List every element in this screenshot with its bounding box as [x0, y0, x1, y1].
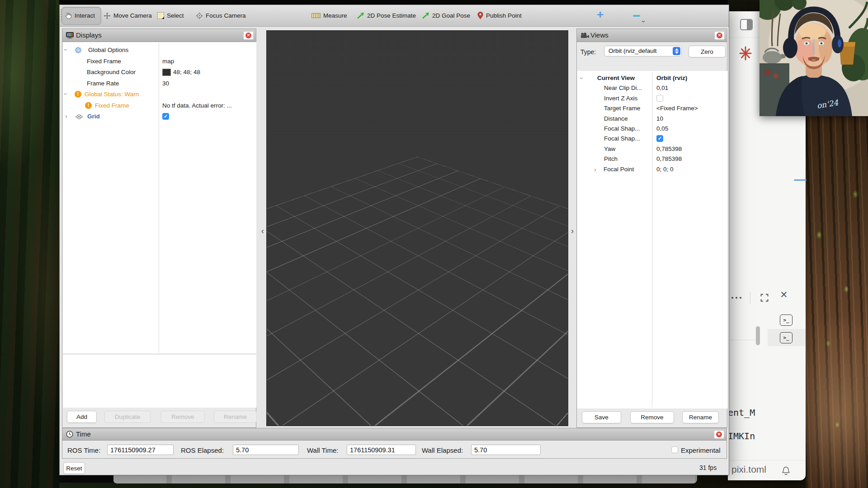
wall-elapsed-input[interactable]: [471, 445, 541, 455]
divider: [750, 292, 750, 304]
wall-time-input[interactable]: [347, 445, 416, 455]
ros-elapsed-input[interactable]: [233, 445, 299, 455]
tool-interact[interactable]: Interact: [65, 9, 95, 23]
remove-view-button[interactable]: Remove: [630, 411, 674, 423]
tree-row-fixed-frame[interactable]: Fixed Frame map: [63, 56, 255, 67]
row-value[interactable]: 30: [162, 80, 169, 87]
displays-close-button[interactable]: ✕: [243, 31, 254, 40]
tree-row-frame-rate[interactable]: Frame Rate 30: [63, 78, 255, 89]
code-text: ent_M: [728, 407, 755, 418]
viewport-fade: [267, 31, 568, 426]
tool-label: Interact: [75, 12, 95, 19]
tool-label: Move Camera: [113, 12, 152, 19]
row-label: Invert Z Axis: [604, 95, 637, 102]
time-panel-header[interactable]: Time ✕: [62, 428, 726, 441]
row-value[interactable]: 48; 48; 48: [173, 69, 200, 75]
tree-row-current-view[interactable]: › Current View Orbit (rviz): [577, 73, 726, 84]
displays-panel-title: Displays: [76, 31, 102, 39]
tool-move-camera[interactable]: Move Camera: [104, 9, 152, 23]
tool-2d-goal-pose[interactable]: 2D Goal Pose: [422, 9, 470, 23]
toolbar-overflow-chevron-icon[interactable]: ›: [640, 20, 648, 23]
tree-row-invert-z[interactable]: Invert Z Axis: [577, 94, 726, 104]
scrollbar-thumb[interactable]: [756, 326, 760, 345]
render-viewport[interactable]: [266, 30, 568, 426]
hand-cursor-icon: [65, 12, 72, 19]
remove-display-button[interactable]: Remove: [161, 411, 205, 423]
tree-row-focal-point[interactable]: › Focal Point 0; 0; 0: [577, 164, 726, 175]
experimental-checkbox[interactable]: [671, 446, 678, 453]
row-value[interactable]: 0,01: [656, 84, 668, 91]
sidebar-toggle-icon[interactable]: [740, 19, 753, 30]
tree-row-global-status[interactable]: › Global Status: Warn: [63, 89, 255, 100]
remove-tool-button[interactable]: [633, 15, 640, 17]
view-type-select[interactable]: Orbit (rviz_default: [604, 46, 682, 56]
terminal-icon[interactable]: >_: [780, 314, 793, 326]
row-label: Yaw: [604, 145, 615, 152]
rename-view-button[interactable]: Rename: [682, 411, 719, 423]
tool-select[interactable]: Select: [157, 9, 184, 23]
tree-row-distance[interactable]: Distance 10: [577, 114, 726, 125]
close-icon[interactable]: ×: [780, 289, 788, 301]
displays-panel-header[interactable]: Displays ✕: [62, 29, 256, 42]
crosshair-icon: [196, 12, 203, 19]
save-view-button[interactable]: Save: [582, 411, 621, 423]
row-value[interactable]: 0,785398: [656, 155, 682, 162]
terminal-icon[interactable]: >_: [780, 332, 793, 343]
wall-time-label: Wall Time:: [307, 446, 338, 454]
ros-elapsed-label: ROS Elapsed:: [181, 446, 224, 454]
zero-button[interactable]: Zero: [689, 46, 726, 57]
ros-time-input[interactable]: [107, 445, 174, 455]
time-close-button[interactable]: ✕: [714, 430, 724, 439]
tree-row-global-options[interactable]: › Global Options: [63, 45, 255, 56]
tool-label: Focus Camera: [206, 12, 246, 19]
row-value[interactable]: 0,05: [656, 125, 668, 132]
row-value[interactable]: 0,785398: [656, 145, 682, 152]
reset-button[interactable]: Reset: [63, 462, 85, 474]
tool-focus-camera[interactable]: Focus Camera: [196, 9, 246, 23]
views-panel-header[interactable]: Views ✕: [577, 29, 727, 42]
tree-row-background-color[interactable]: Background Color 48; 48; 48: [63, 67, 255, 78]
tool-label: Measure: [323, 12, 347, 19]
tree-row-yaw[interactable]: Yaw 0,785398: [577, 144, 726, 155]
rviz-toolbar: Interact Move Camera Select Focus Camera…: [60, 5, 729, 27]
code-text: IMKIn: [728, 431, 755, 441]
tool-publish-point[interactable]: Publish Point: [477, 9, 522, 23]
ros-time-label: ROS Time:: [67, 446, 100, 454]
row-value[interactable]: 10: [656, 115, 663, 122]
focal-shape-checkbox[interactable]: ✓: [656, 135, 663, 142]
selection-box-icon: [157, 12, 164, 19]
row-label: Pitch: [604, 155, 618, 162]
row-label: Fixed Frame: [87, 58, 121, 65]
collapse-left-panel-arrow[interactable]: ‹: [259, 223, 266, 239]
row-label: Focal Shap...: [604, 135, 640, 142]
tool-measure[interactable]: Measure: [311, 9, 347, 23]
views-close-button[interactable]: ✕: [714, 31, 725, 40]
row-label: Near Clip Di...: [604, 84, 642, 91]
row-value[interactable]: <Fixed Frame>: [656, 105, 698, 112]
add-display-button[interactable]: Add: [67, 411, 97, 423]
tree-row-focal-shape-fixed[interactable]: Focal Shap... ✓: [577, 134, 726, 145]
invert-z-checkbox[interactable]: [656, 95, 663, 102]
row-value[interactable]: 0; 0; 0: [656, 166, 674, 173]
camera-icon: [580, 33, 590, 38]
row-value[interactable]: map: [162, 58, 174, 65]
tree-row-target-frame[interactable]: Target Frame <Fixed Frame>: [577, 103, 726, 114]
move-arrows-icon: [104, 12, 111, 19]
tool-2d-pose-estimate[interactable]: 2D Pose Estimate: [357, 9, 416, 23]
expand-icon[interactable]: [760, 294, 769, 302]
tool-label: Publish Point: [486, 12, 522, 19]
duplicate-display-button[interactable]: Duplicate: [104, 411, 151, 423]
ruler-icon: [311, 13, 321, 18]
tree-row-grid[interactable]: › Grid ✓: [63, 111, 255, 122]
more-menu-icon[interactable]: [731, 297, 741, 299]
rename-display-button[interactable]: Rename: [214, 411, 257, 423]
grid-enabled-checkbox[interactable]: ✓: [162, 113, 169, 120]
color-swatch[interactable]: [162, 69, 171, 76]
add-tool-button[interactable]: +: [597, 8, 604, 22]
tree-row-focal-shape-size[interactable]: Focal Shap... 0,05: [577, 124, 726, 135]
collapse-right-panel-arrow[interactable]: ›: [569, 223, 576, 239]
tree-row-pitch[interactable]: Pitch 0,785398: [577, 154, 726, 165]
bell-icon[interactable]: [781, 466, 791, 475]
tree-row-near-clip[interactable]: Near Clip Di... 0,01: [577, 83, 726, 94]
tree-row-fixed-frame-warning[interactable]: Fixed Frame No tf data. Actual error: ..…: [63, 100, 255, 111]
